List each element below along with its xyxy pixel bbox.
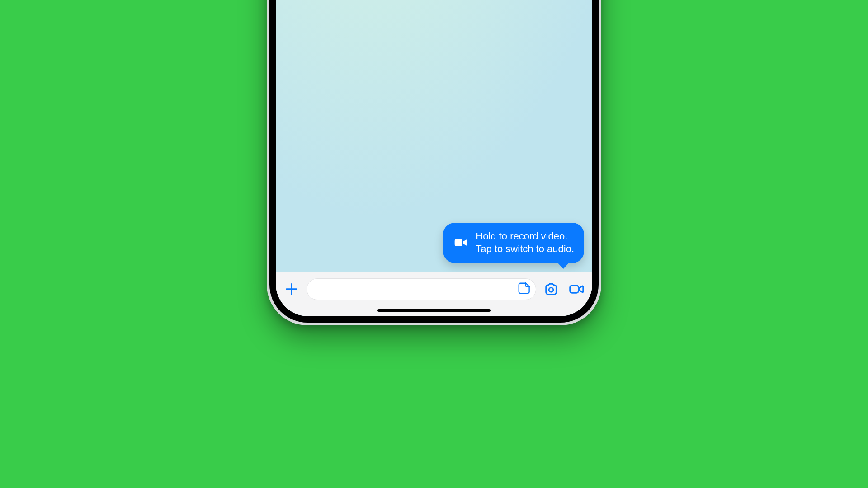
phone-screen: Hold to record video. Tap to switch to a…	[276, 0, 592, 316]
camera-button[interactable]	[541, 279, 561, 300]
tooltip-text: Hold to record video. Tap to switch to a…	[476, 230, 574, 256]
video-icon	[453, 235, 468, 250]
video-record-button[interactable]	[566, 279, 587, 300]
attach-button[interactable]	[281, 279, 302, 300]
record-video-tooltip: Hold to record video. Tap to switch to a…	[443, 223, 584, 263]
svg-point-3	[549, 288, 553, 292]
tooltip-line-1: Hold to record video.	[476, 230, 574, 243]
svg-rect-4	[570, 286, 579, 293]
chat-wallpaper	[276, 0, 592, 316]
phone-bezel: Hold to record video. Tap to switch to a…	[269, 0, 599, 323]
video-icon	[568, 281, 585, 297]
tooltip-tail	[557, 262, 570, 269]
message-input[interactable]	[307, 278, 536, 300]
camera-icon	[543, 282, 559, 297]
phone-frame: Hold to record video. Tap to switch to a…	[267, 0, 601, 325]
plus-icon	[284, 282, 299, 297]
sticker-icon	[517, 282, 531, 297]
svg-rect-0	[455, 239, 462, 246]
home-indicator[interactable]	[377, 309, 491, 312]
tooltip-line-2: Tap to switch to audio.	[476, 243, 574, 256]
sticker-button[interactable]	[516, 281, 532, 297]
